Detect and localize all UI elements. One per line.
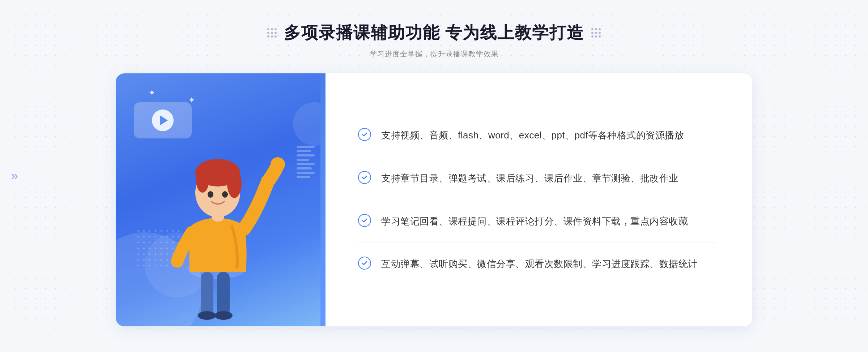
left-dot-grid bbox=[267, 28, 277, 38]
stripes-decoration bbox=[297, 146, 315, 182]
main-title: 多项录播课辅助功能 专为线上教学打造 bbox=[284, 22, 584, 44]
svg-rect-2 bbox=[217, 272, 230, 315]
feature-text-4: 互动弹幕、试听购买、微信分享、观看次数限制、学习进度跟踪、数据统计 bbox=[381, 257, 698, 272]
feature-text-3: 学习笔记回看、课程提问、课程评论打分、课件资料下载，重点内容收藏 bbox=[381, 214, 688, 229]
feature-item-2: 支持章节目录、弹题考试、课后练习、课后作业、章节测验、批改作业 bbox=[358, 157, 716, 200]
check-icon-2 bbox=[358, 171, 371, 184]
title-wrapper: 多项录播课辅助功能 专为线上教学打造 bbox=[267, 22, 601, 44]
header-section: 多项录播课辅助功能 专为线上教学打造 学习进度全掌握，提升录播课教学效果 bbox=[267, 22, 601, 59]
content-card: ✦ ✦ bbox=[116, 73, 752, 326]
check-icon-4 bbox=[358, 257, 371, 270]
feature-item-4: 互动弹幕、试听购买、微信分享、观看次数限制、学习进度跟踪、数据统计 bbox=[358, 243, 716, 286]
svg-point-9 bbox=[227, 169, 242, 198]
blue-bar-decoration bbox=[320, 73, 326, 326]
svg-point-12 bbox=[222, 191, 228, 198]
feature-item-1: 支持视频、音频、flash、word、excel、ppt、pdf等各种格式的资源… bbox=[358, 114, 716, 157]
subtitle: 学习进度全掌握，提升录播课教学效果 bbox=[267, 49, 601, 59]
svg-point-3 bbox=[198, 311, 216, 320]
sparkle-icon-1: ✦ bbox=[188, 95, 195, 105]
svg-point-4 bbox=[214, 311, 233, 320]
svg-point-10 bbox=[196, 167, 209, 193]
feature-text-2: 支持章节目录、弹题考试、课后练习、课后作业、章节测验、批改作业 bbox=[381, 171, 678, 186]
right-decorative-dots bbox=[591, 28, 601, 38]
right-dot-grid bbox=[591, 28, 601, 38]
left-arrow-decoration: » bbox=[11, 168, 18, 184]
svg-rect-1 bbox=[201, 272, 213, 315]
left-decorative-dots bbox=[267, 28, 277, 38]
sparkle-icon-2: ✦ bbox=[148, 88, 156, 98]
check-icon-3 bbox=[358, 214, 371, 227]
left-panel-inner: ✦ ✦ bbox=[116, 73, 326, 326]
feature-item-3: 学习笔记回看、课程提问、课程评论打分、课件资料下载，重点内容收藏 bbox=[358, 200, 716, 243]
svg-point-5 bbox=[271, 157, 285, 172]
right-panel: 支持视频、音频、flash、word、excel、ppt、pdf等各种格式的资源… bbox=[326, 73, 752, 326]
left-panel: ✦ ✦ bbox=[116, 73, 326, 326]
character-illustration bbox=[145, 117, 289, 326]
check-icon-1 bbox=[358, 128, 371, 141]
svg-point-11 bbox=[208, 191, 213, 198]
feature-text-1: 支持视频、音频、flash、word、excel、ppt、pdf等各种格式的资源… bbox=[381, 128, 684, 143]
